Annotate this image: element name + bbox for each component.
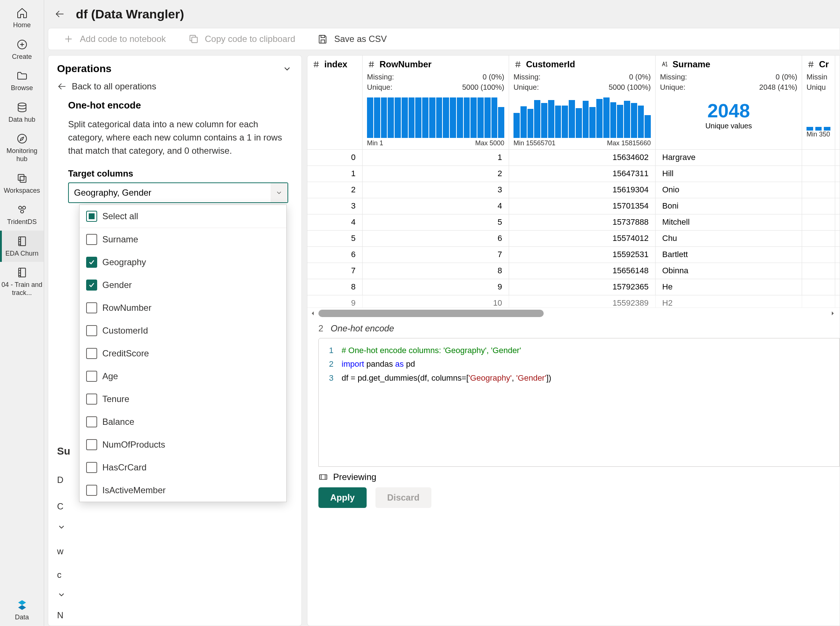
cell-rownumber: 10 bbox=[363, 295, 509, 307]
column-customerid[interactable]: CustomerId Missing:0 (0%) Unique:5000 (1… bbox=[509, 56, 656, 149]
svg-rect-3 bbox=[18, 174, 24, 180]
nav-browse[interactable]: Browse bbox=[0, 65, 44, 97]
nav-train[interactable]: 04 - Train and track... bbox=[0, 262, 44, 301]
code-step-header: 2 One-hot encode bbox=[307, 319, 840, 338]
operations-toggle[interactable]: Operations bbox=[57, 63, 292, 75]
cell-rownumber: 7 bbox=[363, 247, 509, 263]
combo-caret-button[interactable] bbox=[270, 183, 287, 202]
table-row[interactable]: 8915792365He bbox=[307, 279, 840, 295]
nav-create[interactable]: Create bbox=[0, 34, 44, 66]
column-credit-partial[interactable]: Cr Missin Uniqu Min 350 bbox=[802, 56, 835, 149]
dropdown-option[interactable]: HasCrCard bbox=[80, 456, 286, 479]
chevron-down-icon bbox=[275, 189, 283, 196]
save-csv-button[interactable]: Save as CSV bbox=[317, 33, 387, 44]
cell-surname: He bbox=[656, 279, 802, 295]
table-row[interactable]: 7815656148Obinna bbox=[307, 263, 840, 279]
cell-credit bbox=[802, 166, 835, 182]
code-step-number: 2 bbox=[319, 323, 323, 333]
notebook-icon bbox=[15, 234, 29, 248]
nav-data-label: Data bbox=[15, 613, 29, 621]
horizontal-scrollbar bbox=[307, 308, 840, 319]
plus-icon bbox=[63, 33, 74, 44]
dropdown-option[interactable]: Balance bbox=[80, 410, 286, 433]
copy-code-button[interactable]: Copy code to clipboard bbox=[188, 33, 295, 44]
left-nav-rail: Home Create Browse Data hub Monitoring h… bbox=[0, 0, 44, 626]
cell-surname: Bartlett bbox=[656, 247, 802, 263]
target-columns-input[interactable] bbox=[68, 182, 288, 203]
nav-workspaces[interactable]: Workspaces bbox=[0, 168, 44, 199]
column-rownumber[interactable]: RowNumber Missing:0 (0%) Unique:5000 (10… bbox=[363, 56, 509, 149]
scroll-track[interactable] bbox=[319, 310, 827, 317]
back-button[interactable] bbox=[52, 6, 67, 21]
svg-rect-11 bbox=[320, 475, 327, 480]
dropdown-option[interactable]: Surname bbox=[80, 228, 286, 251]
cell-surname: Obinna bbox=[656, 263, 802, 279]
cell-index: 5 bbox=[307, 231, 363, 246]
nav-workspaces-label: Workspaces bbox=[4, 187, 40, 195]
nav-trident[interactable]: TridentDS bbox=[0, 199, 44, 231]
dropdown-select-all[interactable]: Select all bbox=[80, 205, 286, 228]
dropdown-option[interactable]: IsActiveMember bbox=[80, 479, 286, 502]
dropdown-option[interactable]: NumOfProducts bbox=[80, 433, 286, 456]
dropdown-option-label: Tenure bbox=[102, 394, 129, 404]
cell-rownumber: 6 bbox=[363, 231, 509, 246]
add-code-button[interactable]: Add code to notebook bbox=[63, 33, 166, 44]
cell-customerid: 15737888 bbox=[509, 214, 656, 230]
table-row[interactable]: 0115634602Hargrave bbox=[307, 150, 840, 166]
dropdown-option[interactable]: Gender bbox=[80, 274, 286, 296]
dropdown-option-label: IsActiveMember bbox=[102, 485, 166, 495]
table-row[interactable]: 91015592389H2 bbox=[307, 295, 840, 308]
nav-datahub[interactable]: Data hub bbox=[0, 97, 44, 128]
dropdown-option-label: CustomerId bbox=[102, 326, 148, 336]
cell-customerid: 15619304 bbox=[509, 182, 656, 198]
checkbox-indeterminate-icon bbox=[86, 211, 97, 222]
checkbox-icon bbox=[86, 416, 97, 427]
database-icon bbox=[15, 100, 29, 114]
table-row[interactable]: 3415701354Boni bbox=[307, 198, 840, 214]
scroll-right-button[interactable] bbox=[829, 310, 836, 317]
cell-rownumber: 1 bbox=[363, 150, 509, 166]
discard-button[interactable]: Discard bbox=[375, 487, 432, 508]
table-row[interactable]: 2315619304Onio bbox=[307, 182, 840, 198]
dropdown-option-label: HasCrCard bbox=[102, 462, 146, 473]
app-icon bbox=[15, 598, 29, 612]
nav-home[interactable]: Home bbox=[0, 2, 44, 34]
svg-point-6 bbox=[22, 207, 25, 209]
previewing-label: Previewing bbox=[333, 472, 376, 482]
dropdown-option[interactable]: Geography bbox=[80, 251, 286, 274]
nav-train-label: 04 - Train and track... bbox=[0, 281, 44, 297]
apply-button[interactable]: Apply bbox=[319, 487, 367, 508]
folder-icon bbox=[15, 69, 29, 83]
table-row[interactable]: 4515737888Mitchell bbox=[307, 214, 840, 231]
cell-credit bbox=[802, 295, 835, 307]
toolbar: Add code to notebook Copy code to clipbo… bbox=[48, 28, 840, 50]
data-area: index RowNumber Missing:0 (0%) Unique:50… bbox=[307, 55, 840, 626]
back-to-operations-link[interactable]: Back to all operations bbox=[57, 81, 292, 92]
table-row[interactable]: 1215647311Hill bbox=[307, 166, 840, 182]
chevron-down-icon bbox=[57, 590, 66, 599]
dropdown-option[interactable]: Tenure bbox=[80, 388, 286, 410]
nav-edachurn[interactable]: EDA Churn bbox=[0, 231, 44, 262]
checkbox-icon bbox=[86, 394, 97, 405]
column-index[interactable]: index bbox=[307, 56, 363, 149]
summary-stub: Su bbox=[57, 445, 70, 457]
save-csv-label: Save as CSV bbox=[334, 34, 387, 44]
dropdown-option[interactable]: CreditScore bbox=[80, 342, 286, 365]
dropdown-option[interactable]: CustomerId bbox=[80, 319, 286, 342]
dropdown-option[interactable]: RowNumber bbox=[80, 296, 286, 319]
copy-icon bbox=[188, 33, 199, 44]
code-preview[interactable]: 1# One-hot encode columns: 'Geography', … bbox=[319, 338, 840, 467]
previewing-row: Previewing bbox=[307, 467, 840, 487]
dropdown-option[interactable]: Age bbox=[80, 365, 286, 388]
nav-monitoring[interactable]: Monitoring hub bbox=[0, 128, 44, 167]
hash-icon bbox=[367, 60, 376, 69]
scroll-thumb[interactable] bbox=[319, 310, 544, 317]
nav-data[interactable]: Data bbox=[0, 595, 44, 626]
cell-credit bbox=[802, 150, 835, 166]
cell-surname: Boni bbox=[656, 198, 802, 214]
table-row[interactable]: 6715592531Bartlett bbox=[307, 247, 840, 263]
column-surname[interactable]: Surname Missing:0 (0%) Unique:2048 (41%)… bbox=[656, 56, 802, 149]
dropdown-option-label: Geography bbox=[102, 257, 146, 268]
table-row[interactable]: 5615574012Chu bbox=[307, 231, 840, 247]
scroll-left-button[interactable] bbox=[309, 310, 316, 317]
